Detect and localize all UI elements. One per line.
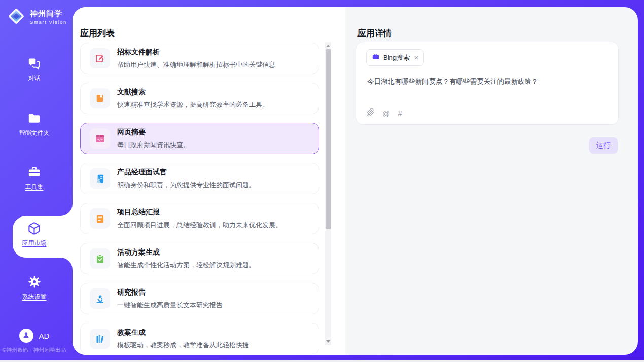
app-list-item[interactable]: 招标文件解析 帮助用户快速、准确地理解和解析招标书中的关键信息 [80,43,319,74]
app-list-item[interactable]: 文献搜索 快速精准查找学术资源，提高研究效率的必备工具。 [80,83,319,114]
mention-icon[interactable]: @ [382,109,390,118]
app-item-description: 全面回顾项目进展，总结经验教训，助力未来优化发展。 [117,221,282,230]
app-detail-title: 应用详情 [357,27,392,39]
browser-code-icon: </> [90,128,110,149]
query-text: 今日湖北有哪些新闻要点？有哪些需要关注的最新政策？ [367,77,609,86]
folder-icon [0,112,68,125]
app-item-title: 招标文件解析 [117,48,275,57]
sidebar-item-label: 系统设置 [22,293,47,301]
sidebar-item-settings[interactable]: 系统设置 [0,275,68,301]
app-list-item[interactable]: 项目总结汇报 全面回顾项目进展，总结经验教训，助力未来优化发展。 [80,203,319,234]
resume-icon [90,168,110,189]
app-item-title: 项目总结汇报 [117,208,282,217]
app-list-item[interactable]: 教案生成 模板驱动，教案秒成，教学准备从此轻松快捷 [80,323,319,354]
app-item-description: 智能生成个性化活动方案，轻松解决规划难题。 [117,261,256,270]
scroll-down-arrow-icon[interactable] [325,338,331,345]
copyright-footer: ©神州数码 · 神州问学出品 [0,347,68,354]
note-icon [90,208,110,229]
sidebar-item-toolset[interactable]: 工具集 [0,165,68,191]
sidebar-item-app-market[interactable]: 应用市场 [0,222,68,247]
book-icon [90,88,110,108]
brand-subtitle: Smart Vision [30,19,67,25]
scrollbar-thumb[interactable] [326,49,331,229]
prompt-toolbar: @ # [366,108,402,119]
sidebar-item-label: 对话 [28,74,41,83]
app-list-title: 应用列表 [80,27,115,39]
app-item-description: 明确身份和职责，为您提供专业性的面试问题。 [117,180,256,190]
run-button[interactable]: 运行 [589,137,618,154]
app-list-item[interactable]: 研究报告 一键智能生成高质量长文本研究报告 [80,283,319,314]
user-icon [22,331,30,341]
app-item-title: 文献搜索 [117,88,269,97]
app-item-title: 研究报告 [117,288,223,297]
chip-close-icon[interactable]: × [414,54,418,61]
chat-icon [0,57,68,70]
app-item-description: 一键智能生成高质量长文本研究报告 [117,301,223,310]
brand-name: 神州问学 [30,10,67,18]
clipboard-check-icon [90,248,110,269]
app-item-title: 教案生成 [117,328,249,337]
app-list-item[interactable]: 活动方案生成 智能生成个性化活动方案，轻松解决规划难题。 [80,243,319,274]
scroll-up-arrow-icon[interactable] [325,43,331,49]
books-icon [90,329,110,349]
sidebar-item-label: 工具集 [25,183,44,191]
prompt-input[interactable]: Bing搜索 × 今日湖北有哪些新闻要点？有哪些需要关注的最新政策？ @ # [356,42,619,125]
hashtag-icon[interactable]: # [398,109,402,118]
app-item-description: 每日政府新闻资讯快查。 [117,140,190,150]
main-container: 应用列表 招标文件解析 帮助用户快速、准确地理解和解析招标书中的关键信息 文献搜… [73,7,638,355]
app-list-scrollbar[interactable] [325,42,331,345]
tool-chip-bing-search[interactable]: Bing搜索 × [366,49,424,66]
app-window: 神州问学 Smart Vision 对话 智能文件夹 工具集 应用市场 系统设置… [0,0,644,362]
tool-chip-label: Bing搜索 [383,53,410,62]
briefcase-icon [0,165,68,179]
sidebar: 神州问学 Smart Vision 对话 智能文件夹 工具集 应用市场 系统设置… [0,0,68,362]
sidebar-item-label: 智能文件夹 [19,129,50,137]
app-item-description: 快速精准查找学术资源，提高研究效率的必备工具。 [117,100,269,110]
doc-edit-icon [90,48,110,68]
briefcase-icon [372,53,380,63]
app-list: 招标文件解析 帮助用户快速、准确地理解和解析招标书中的关键信息 文献搜索 快速精… [80,43,319,355]
app-item-title: 网页摘要 [117,128,190,137]
svg-text:</>: </> [97,137,102,141]
app-detail-panel: 应用详情 Bing搜索 × 今日湖北有哪些新闻要点？有哪些需要关注的最新政策？ … [345,7,638,355]
user-account[interactable]: AD [0,329,68,343]
app-list-item[interactable]: 产品经理面试官 明确身份和职责，为您提供专业性的面试问题。 [80,163,319,194]
microscope-icon [90,288,110,309]
gem-logo-icon [7,7,26,28]
paperclip-icon[interactable] [366,108,375,119]
app-item-description: 帮助用户快速、准确地理解和解析招标书中的关键信息 [117,60,275,69]
app-item-title: 活动方案生成 [117,248,256,257]
gear-icon [0,275,68,289]
cube-icon [0,222,68,235]
avatar [19,329,33,343]
sidebar-item-smart-folder[interactable]: 智能文件夹 [0,112,68,137]
sidebar-item-chat[interactable]: 对话 [0,57,68,83]
app-item-title: 产品经理面试官 [117,168,256,177]
app-item-description: 模板驱动，教案秒成，教学准备从此轻松快捷 [117,341,249,350]
app-list-item[interactable]: </> 网页摘要 每日政府新闻资讯快查。 [80,123,319,154]
brand-logo: 神州问学 Smart Vision [7,7,67,28]
user-initials: AD [39,332,50,340]
app-list-panel: 应用列表 招标文件解析 帮助用户快速、准确地理解和解析招标书中的关键信息 文献搜… [73,7,345,355]
sidebar-item-label: 应用市场 [22,239,47,247]
